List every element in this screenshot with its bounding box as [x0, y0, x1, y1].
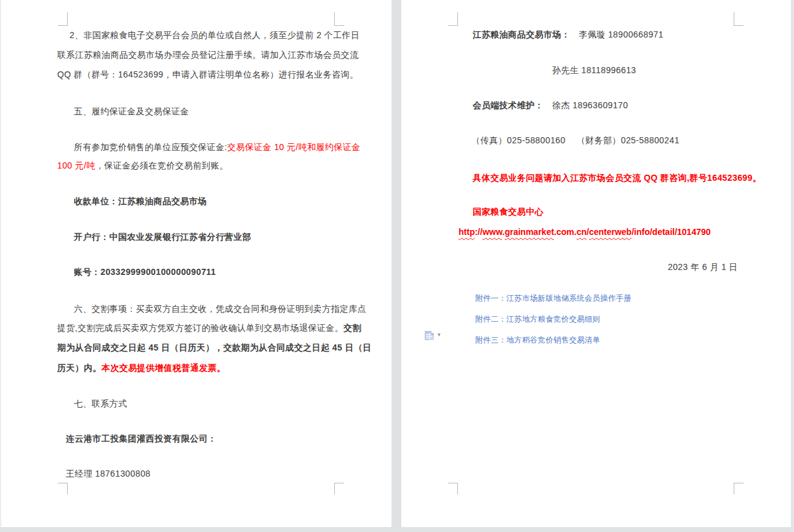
margin-crop-mark: [734, 12, 744, 26]
deposit-line2-black: ，保证金必须在竞价交易前到账。: [95, 161, 228, 170]
scrollbar-track[interactable]: [791, 0, 794, 532]
market-label: 江苏粮油商品交易市场：: [473, 30, 570, 39]
deposit-line1-black: 所有参加竞价销售的单位应预交保证金:: [74, 142, 227, 152]
attachment-link-2[interactable]: 附件二：江苏地方粮食竞价交易细则: [475, 314, 600, 325]
attachment-label: 附件二：: [475, 315, 507, 324]
paste-options-button[interactable]: ▾: [423, 330, 444, 344]
section6-line3: 期为从合同成交之日起 45 日（日历天），交款期为从合同成交之日起 45 日（日: [57, 343, 372, 353]
date-line: 2023 年 6 月 1 日: [668, 262, 738, 272]
market-contact: 李佩璇 18900668971: [579, 30, 664, 39]
attachment-link-3[interactable]: 附件三：地方稻谷竞价销售交易清单: [475, 335, 600, 346]
finance-number: （财务部）025-58800241: [577, 135, 680, 145]
invoice-notice: 本次交易提供增值税普通发票。: [102, 363, 226, 373]
url-seg: http: [459, 227, 475, 237]
canvas-bottom-strip: [0, 527, 794, 532]
bank-line: 开户行：中国农业发展银行江苏省分行营业部: [74, 232, 251, 242]
fax-line: （传真）025-58800160（财务部）025-58800241: [471, 135, 680, 146]
tech-label: 会员端技术维护：: [473, 100, 543, 110]
center-name-line: 国家粮食交易中心: [473, 207, 543, 217]
attachment-title: 地方稻谷竞价销售交易清单: [507, 336, 600, 344]
account-line: 账号：20332999900100000090711: [74, 267, 216, 277]
membership-para-line2: 联系江苏粮油商品交易市场办理会员登记注册手续。请加入江苏市场会员交流: [57, 50, 359, 60]
membership-para-line3: QQ 群（群号：164523699，申请入群请注明单位名称）进行报名业务咨询。: [57, 69, 358, 80]
margin-crop-mark: [334, 12, 344, 26]
url-seg: .com.: [554, 227, 577, 237]
page-gap: [391, 0, 401, 532]
section6-line1: 六、交割事项：买卖双方自主交收，凭成交合同和身份证明到卖方指定库点: [74, 304, 366, 314]
section5-heading: 五、履约保证金及交易保证金: [74, 106, 189, 117]
margin-crop-mark: [448, 483, 458, 494]
fax-number: （传真）025-58800160: [471, 135, 566, 145]
deposit-line1: 所有参加竞价销售的单位应预交保证金:交易保证金 10 元/吨和履约保证金: [74, 142, 361, 153]
attachment-title: 江苏地方粮食竞价交易细则: [507, 315, 600, 324]
attachment-label: 附件一：: [475, 294, 507, 303]
membership-para-line1: 2、非国家粮食电子交易平台会员的单位或自然人，须至少提前 2 个工作日: [70, 30, 359, 41]
tech-contact: 徐杰 18963609170: [552, 100, 628, 110]
url-seg: ://: [475, 227, 482, 237]
section7-heading: 七、联系方式: [74, 399, 127, 409]
section6-line2-bold: 交割: [343, 323, 361, 333]
section6-line2-normal: 提货,交割完成后买卖双方凭双方签订的验收确认单到交易市场退保证金。: [57, 323, 343, 333]
section6-line4-bold: 历天）内。: [57, 363, 102, 373]
chevron-down-icon: ▾: [438, 332, 441, 338]
deposit-line1-red: 交易保证金 10 元/吨和履约保证金: [227, 142, 360, 152]
margin-crop-mark: [58, 12, 68, 26]
url-seg: grainmarket: [505, 227, 554, 237]
deposit-line2-red: 100 元/吨: [57, 161, 95, 170]
document-page-1[interactable]: 2、非国家粮食电子交易平台会员的单位或自然人，须至少提前 2 个工作日 联系江苏…: [0, 0, 391, 527]
manager-line: 王经理 18761300808: [66, 469, 151, 479]
company-line: 连云港市工投集团灌西投资有限公司：: [66, 434, 217, 444]
section6-line2: 提货,交割完成后买卖双方凭双方签订的验收确认单到交易市场退保证金。交割: [57, 323, 361, 333]
section6-line4: 历天）内。本次交易提供增值税普通发票。: [57, 363, 226, 373]
margin-crop-mark: [58, 483, 68, 494]
margin-crop-mark: [448, 12, 458, 26]
market-contact-line: 江苏粮油商品交易市场：李佩璇 18900668971: [473, 30, 664, 40]
url-seg: www: [483, 227, 502, 237]
qq-notice-line: 具体交易业务问题请加入江苏市场会员交流 QQ 群咨询,群号164523699。: [473, 173, 761, 183]
deposit-line2: 100 元/吨，保证金必须在竞价交易前到账。: [57, 161, 228, 171]
window-left-edge: [0, 0, 1, 527]
attachment-label: 附件三：: [475, 336, 507, 344]
margin-crop-mark: [334, 483, 344, 494]
url-seg: centerweb: [589, 227, 632, 237]
attachment-link-1[interactable]: 附件一：江苏市场新版地储系统会员操作手册: [475, 293, 632, 304]
url-seg: cn: [577, 227, 587, 237]
tech-contact-line: 会员端技术维护：徐杰 18963609170: [473, 100, 628, 111]
grainmarket-url[interactable]: http://www.grainmarket.com.cn/centerweb/…: [459, 227, 711, 237]
payee-line: 收款单位：江苏粮油商品交易市场: [74, 196, 207, 207]
clipboard-paste-icon: [423, 330, 436, 343]
contact-sun-line: 孙先生 18118996613: [552, 65, 636, 76]
margin-crop-mark: [734, 483, 744, 494]
url-seg: /info/detail/1014790: [632, 227, 710, 237]
attachment-title: 江苏市场新版地储系统会员操作手册: [507, 294, 632, 303]
